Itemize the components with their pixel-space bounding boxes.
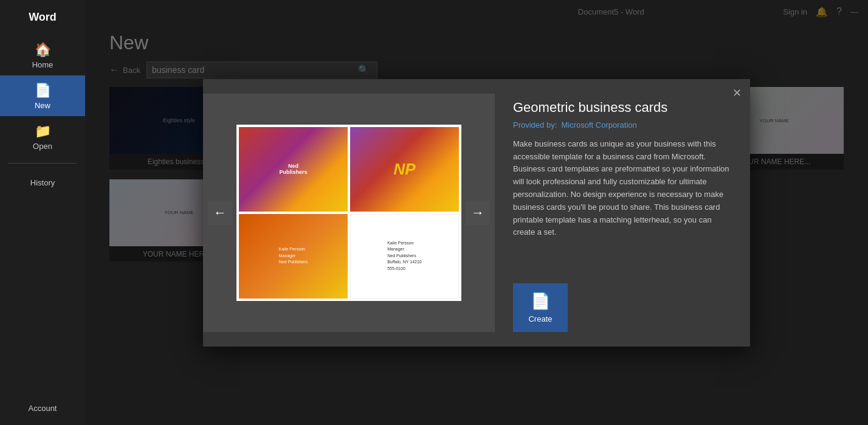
sidebar-item-open[interactable]: 📁 Open — [0, 116, 85, 157]
modal-preview-area: ← NedPublishers NP Kalle — [203, 94, 495, 332]
card-preview-3: Kalle PerssonManagerNed Publishers — [239, 214, 348, 299]
sidebar-item-home-label: Home — [32, 60, 53, 69]
card-preview-1: NedPublishers — [239, 127, 348, 212]
create-label: Create — [528, 314, 552, 323]
sidebar-item-account[interactable]: Account — [0, 395, 85, 419]
modal-dialog: ✕ ← NedPublishers NP — [203, 79, 750, 347]
create-doc-icon: 📄 — [531, 292, 550, 311]
modal-provider: Provided by: Microsoft Corporation — [513, 120, 735, 130]
modal-close-button[interactable]: ✕ — [732, 86, 742, 100]
modal-provider-name[interactable]: Microsoft Corporation — [562, 120, 637, 130]
modal-provider-label: Provided by: — [513, 120, 557, 130]
sidebar-divider — [9, 163, 77, 164]
main-content: Document5 - Word Sign in 🔔 ? — New ← Bac… — [85, 0, 868, 425]
modal-nav-next-button[interactable]: → — [466, 201, 490, 225]
modal-overlay: ✕ ← NedPublishers NP — [85, 0, 868, 425]
open-folder-icon: 📁 — [35, 125, 51, 138]
card-preview-4: Kalle PerssonManagerNed PublishersBuffal… — [350, 214, 459, 299]
modal-description: Make business cards as unique as your bu… — [513, 138, 735, 269]
modal-body: ← NedPublishers NP Kalle — [203, 79, 750, 347]
sidebar-bottom: Account — [0, 395, 85, 425]
sidebar-item-home[interactable]: 🏠 Home — [0, 35, 85, 75]
modal-preview-image: NedPublishers NP Kalle PerssonManagerNed… — [236, 125, 461, 301]
card-kalle-text-2: Kalle PerssonManagerNed PublishersBuffal… — [384, 237, 425, 276]
app-name: Word — [0, 0, 85, 35]
sidebar-item-open-label: Open — [33, 142, 52, 151]
modal-title: Geometric business cards — [513, 100, 735, 116]
sidebar-item-account-label: Account — [29, 404, 57, 413]
sidebar-item-new[interactable]: 📄 New — [0, 75, 85, 116]
card-monogram-np: NP — [393, 160, 415, 179]
sidebar-item-history[interactable]: History — [0, 170, 85, 193]
card-preview-2: NP — [350, 127, 459, 212]
sidebar-item-new-label: New — [35, 101, 50, 110]
home-icon: 🏠 — [35, 43, 51, 57]
modal-create-button[interactable]: 📄 Create — [513, 283, 568, 332]
sidebar: Word 🏠 Home 📄 New 📁 Open History Account — [0, 0, 85, 425]
sidebar-item-history-label: History — [30, 178, 55, 187]
modal-nav-prev-button[interactable]: ← — [208, 201, 232, 225]
card-text-ned: NedPublishers — [279, 163, 307, 175]
modal-info-panel: Geometric business cards Provided by: Mi… — [507, 94, 735, 332]
new-doc-icon: 📄 — [35, 84, 51, 97]
card-kalle-text-1: Kalle PerssonManagerNed Publishers — [275, 243, 311, 269]
